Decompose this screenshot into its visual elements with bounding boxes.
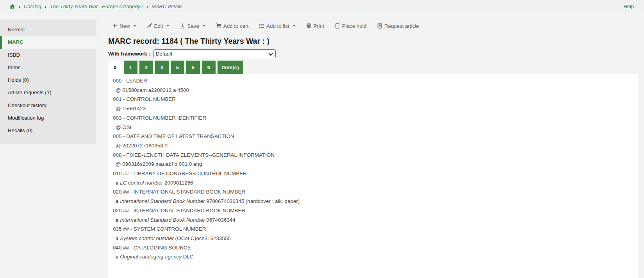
print-button[interactable]: Print xyxy=(306,23,324,29)
tab-1[interactable]: 1 xyxy=(124,61,137,74)
breadcrumb: ›Catalog›The Thirty Years War : Europe's… xyxy=(9,4,183,9)
subfield-value: 20220727160358.0 xyxy=(122,143,167,149)
subfield-code: a xyxy=(116,198,118,204)
marc-subfield-line: @ OSt xyxy=(113,123,633,132)
sidebar-menu: NormalMARCISBDItemsHolds (0)Article requ… xyxy=(0,20,96,144)
caret-down-icon xyxy=(293,25,296,27)
sidebar-item-modification-log[interactable]: Modification log xyxy=(0,112,96,124)
tab-5[interactable]: 5 xyxy=(171,61,184,74)
cart-icon xyxy=(216,23,221,29)
tab-2[interactable]: 2 xyxy=(139,61,153,74)
sidebar-item-marc[interactable]: MARC xyxy=(0,36,96,48)
marc-tag-line: 020 ## - INTERNATIONAL STANDARD BOOK NUM… xyxy=(113,206,633,215)
framework-row: With framework : Default xyxy=(108,49,276,58)
breadcrumb-item-marc-details: MARC details xyxy=(152,4,182,9)
marc-tag-line: 035 ## - SYSTEM CONTROL NUMBER xyxy=(113,224,633,234)
sidebar-item-checkout-history[interactable]: Checkout history xyxy=(0,99,96,112)
sidebar-item-recalls-0[interactable]: Recalls (0) xyxy=(0,124,96,137)
marc-tag-line: 000 - LEADER xyxy=(113,76,633,86)
save-button[interactable]: Save xyxy=(180,23,205,29)
subfield-code: a xyxy=(116,235,118,241)
sidebar-item-items[interactable]: Items xyxy=(0,61,96,74)
marc-subfield-line: a LC control number 2009011266 xyxy=(113,178,633,188)
subfield-label: International Standard Book Number xyxy=(120,217,205,223)
button-label: Print xyxy=(314,23,324,29)
sidebar-item-normal[interactable]: Normal xyxy=(0,23,96,36)
subfield-value: 01580cam a2200313 a 4500 xyxy=(122,87,189,93)
subfield-code: a xyxy=(116,217,118,223)
sidebar-item-article-requests-1[interactable]: Article requests (1) xyxy=(0,86,96,99)
button-label: Add to list xyxy=(266,23,289,29)
marc-subfield-line: a International Standard Book Number 978… xyxy=(113,197,633,206)
home-icon[interactable] xyxy=(9,4,15,9)
marc-tag-line: 010 ## - LIBRARY OF CONGRESS CONTROL NUM… xyxy=(113,169,633,178)
marc-tag-line: 040 ## - CATALOGING SOURCE xyxy=(113,243,633,253)
pencil-icon xyxy=(147,23,152,29)
marc-tag-line: 005 - DATE AND TIME OF LATEST TRANSACTIO… xyxy=(113,132,633,141)
breadcrumb-separator: › xyxy=(19,4,20,9)
help-link[interactable]: Help xyxy=(623,4,634,9)
marc-tabs: 0123569Item(s) xyxy=(108,61,243,74)
place-hold-button[interactable]: Place hold xyxy=(335,23,366,29)
subfield-label: LC control number xyxy=(120,180,163,186)
subfield-value: DLC xyxy=(183,254,194,260)
breadcrumb-separator: › xyxy=(45,4,46,9)
page-icon xyxy=(335,23,340,29)
marc-tag-line: 020 ## - INTERNATIONAL STANDARD BOOK NUM… xyxy=(113,187,633,197)
marc-tag-line: 003 - CONTROL NUMBER IDENTIFIER xyxy=(113,113,633,123)
list-icon xyxy=(259,23,264,29)
new-button[interactable]: New xyxy=(112,23,136,29)
add-to-cart-button[interactable]: Add to cart xyxy=(216,23,248,29)
subfield-label: System control number xyxy=(120,235,174,241)
subfield-value: 15661423 xyxy=(122,106,146,111)
marc-subfield-line: @ 20220727160358.0 xyxy=(113,141,633,151)
sidebar-item-holds-0[interactable]: Holds (0) xyxy=(0,74,96,86)
marc-tab-panel: 000 - LEADER@ 01580cam a2200313 a 450000… xyxy=(108,74,638,278)
subfield-code: a xyxy=(116,180,118,186)
tab-6[interactable]: 6 xyxy=(186,61,200,74)
page-title: MARC record: 1184 ( The Thirty Years War… xyxy=(108,37,269,46)
marc-subfield-line: @ 090316s2009 mauabf b 001 0 eng xyxy=(113,160,633,169)
request-article-button[interactable]: Request article xyxy=(377,23,419,29)
breadcrumb-bar: ›Catalog›The Thirty Years War : Europe's… xyxy=(0,0,644,13)
subfield-code: @ xyxy=(116,106,121,111)
subfield-value: 2009011266 xyxy=(164,180,193,186)
button-label: Place hold xyxy=(342,23,366,29)
button-label: Request article xyxy=(384,23,419,29)
edit-button[interactable]: Edit xyxy=(147,23,169,29)
marc-tag-line: 001 - CONTROL NUMBER xyxy=(113,95,633,104)
add-to-list-button[interactable]: Add to list xyxy=(259,23,295,29)
tab-item-s[interactable]: Item(s) xyxy=(218,61,243,74)
sidebar-item-isbd[interactable]: ISBD xyxy=(0,49,96,61)
button-label: Edit xyxy=(154,23,163,29)
printer-icon xyxy=(306,23,312,29)
marc-subfield-line: a System control number (OCoLC)ocn316233… xyxy=(113,234,633,243)
marc-subfield-line: a Original cataloging agency DLC xyxy=(113,252,633,262)
toolbar: NewEditSaveAdd to cartAdd to listPrintPl… xyxy=(112,21,419,30)
caret-down-icon xyxy=(202,25,205,27)
marc-subfield-line: @ 01580cam a2200313 a 4500 xyxy=(113,86,633,95)
marc-subfield-line: a International Standard Book Number 067… xyxy=(113,215,633,225)
download-icon xyxy=(180,23,186,29)
subfield-value: OSt xyxy=(122,124,131,130)
subfield-value: 9780674036345 (hardcover : alk. paper) xyxy=(206,198,300,204)
plus-icon xyxy=(112,23,118,29)
tab-0[interactable]: 0 xyxy=(108,61,122,74)
caret-down-icon xyxy=(166,25,169,27)
button-label: New xyxy=(120,23,130,29)
marc-tag-line: 008 - FIXED-LENGTH DATA ELEMENTS--GENERA… xyxy=(113,151,633,160)
file-text-icon xyxy=(377,23,382,29)
framework-select[interactable]: Default xyxy=(153,49,276,58)
marc-subfield-line: @ 15661423 xyxy=(113,104,633,113)
breadcrumb-item-the-thirty-years-war-europe-s-tragedy[interactable]: The Thirty Years War : Europe's tragedy … xyxy=(50,4,143,9)
tab-3[interactable]: 3 xyxy=(155,61,169,74)
button-label: Add to cart xyxy=(223,23,248,29)
button-label: Save xyxy=(187,23,199,29)
subfield-label: Original cataloging agency xyxy=(120,254,182,260)
breadcrumb-item-catalog[interactable]: Catalog xyxy=(24,4,41,9)
framework-label: With framework : xyxy=(108,51,150,57)
subfield-code: @ xyxy=(116,143,121,149)
subfield-value: 0674036344 xyxy=(206,217,235,223)
tab-9[interactable]: 9 xyxy=(202,61,216,74)
subfield-code: @ xyxy=(116,124,121,130)
